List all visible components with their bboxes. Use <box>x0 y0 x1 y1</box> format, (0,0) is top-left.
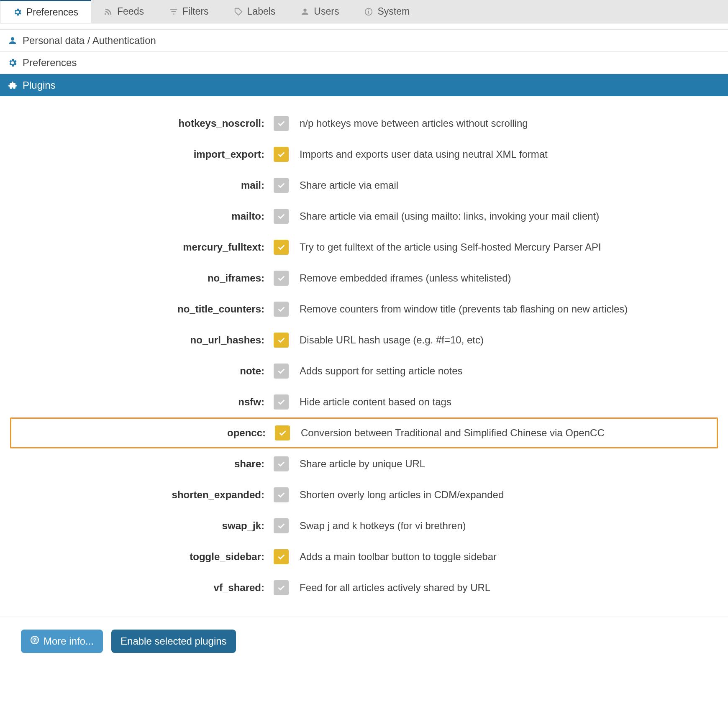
svg-text:?: ? <box>33 637 36 643</box>
section-preferences[interactable]: Preferences <box>0 51 728 74</box>
plugin-row-no_title_counters: no_title_counters:Remove counters from w… <box>10 294 718 325</box>
plugin-row-no_iframes: no_iframes:Remove embedded iframes (unle… <box>10 263 718 294</box>
plugin-description: Remove embedded iframes (unless whitelis… <box>300 272 714 284</box>
plugin-description: Try to get fulltext of the article using… <box>300 241 714 253</box>
plugin-label: note: <box>14 365 274 377</box>
divider <box>0 617 728 617</box>
plugin-description: Adds support for setting article notes <box>300 365 714 377</box>
plugin-description: Conversion between Traditional and Simpl… <box>301 427 713 439</box>
plugin-checkbox-opencc[interactable] <box>275 425 290 440</box>
plugin-checkbox-no_title_counters[interactable] <box>274 302 289 317</box>
user-icon <box>300 7 310 16</box>
plugins-list: hotkeys_noscroll:n/p hotkeys move betwee… <box>0 96 728 615</box>
plugin-checkbox-mail[interactable] <box>274 178 289 193</box>
plugin-description: Shorten overly long articles in CDM/expa… <box>300 489 714 501</box>
info-icon <box>364 7 373 16</box>
svg-rect-1 <box>369 11 369 13</box>
plugin-row-mail: mail:Share article via email <box>10 170 718 201</box>
plugin-label: no_iframes: <box>14 272 274 284</box>
plugin-description: Feed for all articles actively shared by… <box>300 582 714 594</box>
plugin-row-no_url_hashes: no_url_hashes:Disable URL hash usage (e.… <box>10 325 718 356</box>
tab-preferences[interactable]: Preferences <box>0 0 91 23</box>
rss-icon <box>104 7 113 16</box>
plugin-label: swap_jk: <box>14 520 274 532</box>
tag-icon <box>234 7 243 16</box>
plugin-row-mailto: mailto:Share article via email (using ma… <box>10 201 718 232</box>
plugin-row-note: note:Adds support for setting article no… <box>10 356 718 387</box>
plugin-label: no_url_hashes: <box>14 334 274 346</box>
tab-label: Labels <box>247 6 276 17</box>
section-label: Plugins <box>23 79 56 91</box>
tab-label: Preferences <box>26 7 78 18</box>
plugin-row-opencc: opencc:Conversion between Traditional an… <box>10 417 718 448</box>
svg-rect-2 <box>369 9 369 10</box>
plugin-row-vf_shared: vf_shared:Feed for all articles actively… <box>10 572 718 603</box>
puzzle-icon <box>8 80 18 90</box>
plugin-label: shorten_expanded: <box>14 489 274 501</box>
plugin-description: n/p hotkeys move between articles withou… <box>300 118 714 129</box>
plugin-checkbox-hotkeys_noscroll[interactable] <box>274 116 289 131</box>
plugin-label: hotkeys_noscroll: <box>14 118 274 129</box>
enable-plugins-button[interactable]: Enable selected plugins <box>111 630 236 653</box>
plugin-checkbox-vf_shared[interactable] <box>274 580 289 595</box>
plugin-checkbox-nsfw[interactable] <box>274 394 289 410</box>
plugin-label: opencc: <box>15 427 275 439</box>
gear-icon <box>13 8 22 17</box>
more-info-button[interactable]: ? More info... <box>21 630 103 653</box>
plugin-checkbox-no_url_hashes[interactable] <box>274 333 289 348</box>
tab-label: System <box>377 6 410 17</box>
plugin-label: no_title_counters: <box>14 303 274 315</box>
tab-feeds[interactable]: Feeds <box>91 0 156 23</box>
plugin-checkbox-shorten_expanded[interactable] <box>274 487 289 502</box>
plugin-checkbox-toggle_sidebar[interactable] <box>274 549 289 564</box>
plugin-label: mail: <box>14 179 274 191</box>
plugin-description: Share article via email (using mailto: l… <box>300 210 714 222</box>
plugin-checkbox-share[interactable] <box>274 456 289 471</box>
section-personal[interactable]: Personal data / Authentication <box>0 29 728 51</box>
plugin-checkbox-note[interactable] <box>274 364 289 379</box>
top-tabs: Preferences Feeds Filters Labels Users S… <box>0 0 728 23</box>
button-label: More info... <box>44 635 94 647</box>
plugin-checkbox-mercury_fulltext[interactable] <box>274 240 289 255</box>
plugin-row-mercury_fulltext: mercury_fulltext:Try to get fulltext of … <box>10 232 718 263</box>
plugin-description: Share article via email <box>300 179 714 191</box>
button-row: ? More info... Enable selected plugins <box>0 627 728 666</box>
tab-users[interactable]: Users <box>288 0 351 23</box>
plugin-row-toggle_sidebar: toggle_sidebar:Adds a main toolbar butto… <box>10 541 718 572</box>
section-label: Personal data / Authentication <box>23 35 156 46</box>
help-icon: ? <box>30 635 39 647</box>
gear-icon <box>8 58 18 68</box>
tab-label: Feeds <box>117 6 144 17</box>
button-label: Enable selected plugins <box>120 635 227 647</box>
tab-filters[interactable]: Filters <box>156 0 221 23</box>
plugin-description: Adds a main toolbar button to toggle sid… <box>300 551 714 563</box>
plugin-checkbox-no_iframes[interactable] <box>274 271 289 286</box>
plugin-label: import_export: <box>14 148 274 160</box>
section-plugins[interactable]: Plugins <box>0 74 728 96</box>
plugin-description: Share article by unique URL <box>300 458 714 470</box>
plugin-description: Hide article content based on tags <box>300 396 714 408</box>
plugin-row-share: share:Share article by unique URL <box>10 448 718 479</box>
plugin-description: Swap j and k hotkeys (for vi brethren) <box>300 520 714 532</box>
plugin-description: Remove counters from window title (preve… <box>300 303 714 315</box>
plugin-row-shorten_expanded: shorten_expanded:Shorten overly long art… <box>10 479 718 510</box>
accordion-panel: Personal data / Authentication Preferenc… <box>0 29 728 666</box>
plugin-row-import_export: import_export:Imports and exports user d… <box>10 139 718 170</box>
plugin-label: vf_shared: <box>14 582 274 594</box>
tab-label: Users <box>314 6 339 17</box>
plugin-label: nsfw: <box>14 396 274 408</box>
tab-label: Filters <box>182 6 209 17</box>
filter-icon <box>169 7 178 16</box>
plugin-row-swap_jk: swap_jk:Swap j and k hotkeys (for vi bre… <box>10 510 718 541</box>
plugin-checkbox-swap_jk[interactable] <box>274 518 289 533</box>
plugin-checkbox-import_export[interactable] <box>274 147 289 162</box>
plugin-row-hotkeys_noscroll: hotkeys_noscroll:n/p hotkeys move betwee… <box>10 108 718 139</box>
plugin-description: Imports and exports user data using neut… <box>300 148 714 160</box>
plugin-row-nsfw: nsfw:Hide article content based on tags <box>10 387 718 417</box>
tab-system[interactable]: System <box>351 0 422 23</box>
tab-labels[interactable]: Labels <box>221 0 288 23</box>
plugin-description: Disable URL hash usage (e.g. #f=10, etc) <box>300 334 714 346</box>
plugin-checkbox-mailto[interactable] <box>274 209 289 224</box>
section-label: Preferences <box>23 57 77 69</box>
user-icon <box>8 36 18 46</box>
